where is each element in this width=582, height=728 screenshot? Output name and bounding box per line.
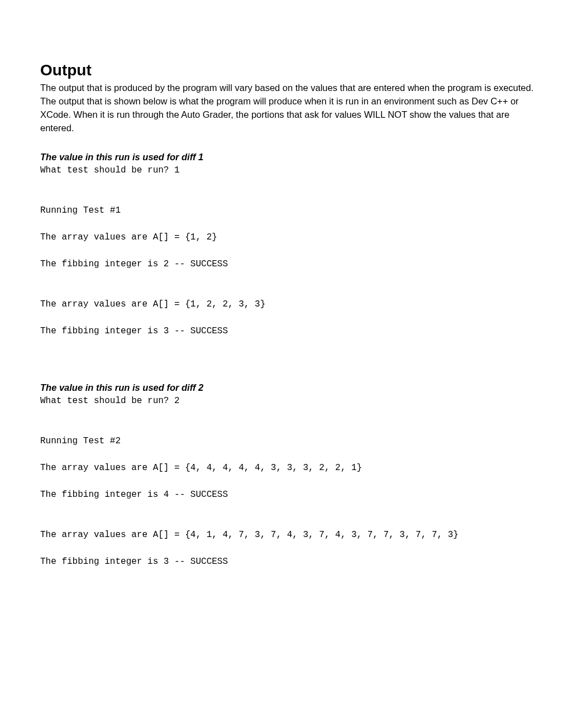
page-title: Output (40, 61, 542, 79)
run1-output: What test should be run? 1 Running Test … (40, 164, 542, 338)
run2-label: The value in this run is used for diff 2 (40, 382, 542, 393)
section-divider (40, 338, 542, 382)
document-page: Output The output that is produced by th… (0, 0, 582, 609)
run1-label: The value in this run is used for diff 1 (40, 152, 542, 162)
intro-paragraph: The output that is produced by the progr… (40, 82, 542, 135)
run2-output: What test should be run? 2 Running Test … (40, 394, 542, 568)
